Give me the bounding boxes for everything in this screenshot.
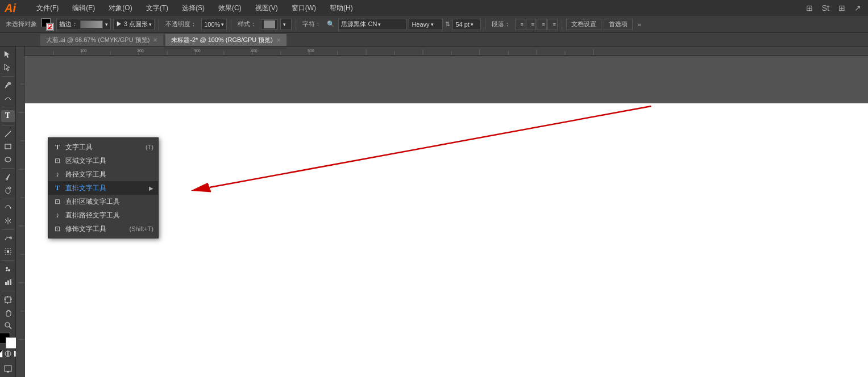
app-logo: Ai xyxy=(5,2,25,15)
svg-rect-19 xyxy=(5,297,11,303)
toolbar-sep6 xyxy=(2,229,14,230)
align-right-btn[interactable]: ≡ xyxy=(537,19,547,30)
no-selection-label: 未选择对象 xyxy=(3,20,39,28)
ctx-vertical-label: 直排文字工具 xyxy=(65,183,106,193)
char-search-icon: 🔍 xyxy=(327,20,335,28)
style-label: 样式： xyxy=(235,20,259,28)
menu-text[interactable]: 文字(T) xyxy=(144,2,171,14)
align-left-btn[interactable]: ≡ xyxy=(515,19,525,30)
tab-dacong[interactable]: 大葱.ai @ 66.67% (CMYK/GPU 预览) ✕ xyxy=(40,33,164,46)
style-dropdown[interactable] xyxy=(280,19,292,30)
none-color-icon[interactable] xyxy=(0,350,3,358)
code-icon[interactable]: St xyxy=(820,2,832,14)
tab-untitled[interactable]: 未标题-2* @ 100% (RGB/GPU 预览) ✕ xyxy=(165,33,287,46)
opacity-dropdown[interactable]: 100% xyxy=(201,19,227,30)
size-arrow-icon: ⇅ xyxy=(445,20,450,28)
menu-file[interactable]: 文件(F) xyxy=(34,2,61,14)
ellipse-tool[interactable] xyxy=(1,154,15,166)
menu-window[interactable]: 窗口(W) xyxy=(289,2,318,14)
opacity-label: 不透明度： xyxy=(163,20,199,28)
curvature-tool[interactable] xyxy=(1,93,15,104)
svg-rect-20 xyxy=(4,299,6,300)
ctx-type-tool[interactable]: T 文字工具 (T) xyxy=(48,140,158,154)
pen-tool[interactable] xyxy=(1,79,15,91)
toolbar-sep8 xyxy=(2,291,14,291)
ctx-path-type-tool[interactable]: ⤸ 路径文字工具 xyxy=(48,167,158,181)
ctx-path-icon: ⤸ xyxy=(53,171,62,178)
blob-brush-tool[interactable] xyxy=(1,185,15,196)
separator5 xyxy=(562,19,562,30)
menu-view[interactable]: 视图(V) xyxy=(253,2,280,14)
zoom-tool[interactable] xyxy=(1,320,15,332)
fill-stroke-swatches[interactable] xyxy=(0,333,17,349)
reflect-tool[interactable] xyxy=(1,215,15,227)
ruler-horizontal: 100 200 300 400 500 xyxy=(16,47,868,56)
ctx-area-type-tool[interactable]: ⊡ 区域文字工具 xyxy=(48,154,158,167)
ctx-path-label: 路径文字工具 xyxy=(65,170,106,179)
char-label: 字符： xyxy=(300,20,323,28)
separator2 xyxy=(231,19,231,30)
font-size: 54 pt xyxy=(455,21,469,28)
paragraph-align-group: ≡ ≡ ≡ ≡ xyxy=(515,19,558,30)
svg-line-25 xyxy=(9,326,11,329)
ctx-vertical-area-tool[interactable]: ⊡ 直排区域文字工具 xyxy=(48,195,158,208)
free-transform-tool[interactable] xyxy=(1,246,15,258)
doc-settings-btn[interactable]: 文档设置 xyxy=(566,19,601,30)
type-tool[interactable]: T xyxy=(1,110,15,122)
context-menu: T 文字工具 (T) ⊡ 区域文字工具 ⤸ 路径文字工具 T 直排文字工具 ▶ … xyxy=(48,137,159,238)
menu-object[interactable]: 对象(O) xyxy=(106,2,134,14)
font-size-dropdown[interactable]: 54 pt xyxy=(452,19,481,30)
svg-rect-29 xyxy=(5,366,11,371)
symbol-tool[interactable] xyxy=(1,263,15,275)
tab-untitled-label: 未标题-2* @ 100% (RGB/GPU 预览) xyxy=(171,36,273,44)
hand-tool[interactable] xyxy=(1,307,15,319)
warp-tool[interactable] xyxy=(1,233,15,245)
layout-icon[interactable]: ⊞ xyxy=(836,2,848,14)
ctx-type-icon: T xyxy=(53,143,62,152)
align-justify-btn[interactable]: ≡ xyxy=(547,19,558,30)
ctx-vertical-type-tool[interactable]: T 直排文字工具 ▶ xyxy=(48,181,158,195)
ruler-vertical xyxy=(16,47,25,377)
menu-select[interactable]: 选择(S) xyxy=(180,2,207,14)
opacity-value: 100% xyxy=(204,21,220,28)
left-toolbar: T xyxy=(0,47,16,377)
ctx-submenu-arrow: ▶ xyxy=(149,185,153,191)
ctx-touch-type-tool[interactable]: ⊡ 修饰文字工具 (Shift+T) xyxy=(48,222,158,236)
screen-mode-btn[interactable] xyxy=(1,363,15,375)
point-shape-dropdown[interactable]: ▶ 3 点圆形 xyxy=(113,19,155,30)
fill-stroke-control[interactable] xyxy=(41,18,54,31)
ctx-touch-shortcut: (Shift+T) xyxy=(130,225,153,232)
stroke-label: 描边： xyxy=(59,20,78,28)
rotate-tool[interactable] xyxy=(1,202,15,214)
direct-selection-tool[interactable] xyxy=(1,62,15,74)
font-name: 思源黑体 CN xyxy=(341,20,377,28)
graph-tool[interactable] xyxy=(1,277,15,288)
preferences-btn[interactable]: 首选项 xyxy=(604,19,633,30)
para-label: 段落： xyxy=(489,20,513,28)
font-weight-dropdown[interactable]: Heavy xyxy=(409,19,443,30)
align-center-btn[interactable]: ≡ xyxy=(526,19,536,30)
arrow-icon[interactable]: ↗ xyxy=(852,2,863,14)
line-tool[interactable] xyxy=(1,128,15,140)
ctx-vertical-path-tool[interactable]: ⤸ 直排路径文字工具 xyxy=(48,208,158,222)
stroke-color-swatch[interactable] xyxy=(6,337,17,349)
selection-tool[interactable] xyxy=(1,49,15,61)
ctx-v-path-icon: ⤸ xyxy=(53,212,62,219)
stroke-style-dropdown[interactable]: 描边： xyxy=(56,19,111,30)
title-icons: ⊞ St ⊞ ↗ xyxy=(804,2,863,14)
grid-icon[interactable]: ⊞ xyxy=(804,2,815,14)
svg-marker-1 xyxy=(5,64,10,71)
menu-effect[interactable]: 效果(C) xyxy=(216,2,244,14)
artboard-tool[interactable] xyxy=(1,294,15,306)
tab-untitled-close[interactable]: ✕ xyxy=(276,37,281,43)
color-icon[interactable] xyxy=(4,350,12,358)
style-box[interactable] xyxy=(261,19,278,30)
paintbrush-tool[interactable] xyxy=(1,171,15,183)
tab-dacong-close[interactable]: ✕ xyxy=(153,37,157,43)
svg-rect-21 xyxy=(10,299,12,300)
menu-edit[interactable]: 编辑(E) xyxy=(70,2,97,14)
menu-help[interactable]: 帮助(H) xyxy=(327,2,355,14)
expand-icon[interactable]: » xyxy=(637,21,641,28)
rect-tool[interactable] xyxy=(1,141,15,153)
font-name-dropdown[interactable]: 思源黑体 CN xyxy=(338,19,406,30)
